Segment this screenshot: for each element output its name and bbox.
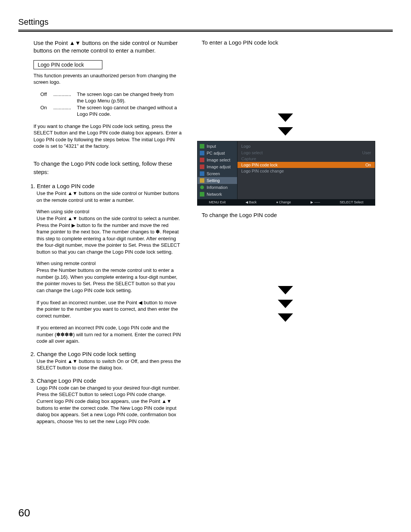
footer-dash: ▶ ----- [311,200,320,204]
network-icon [200,192,204,197]
footer-select: SELECT Select [340,200,363,204]
menu-image-select[interactable]: Image select [198,157,237,163]
pc-icon [200,151,204,155]
footer-back: ◀ Back [245,200,257,204]
menu-network[interactable]: Network [198,191,237,198]
menu-right-header: Logo [237,143,375,150]
image-adjust-icon [200,165,204,169]
svg-marker-0 [278,113,293,122]
menu-setting[interactable]: Setting [198,177,237,184]
manual-page: Settings Use the Point ▲▼ buttons on the… [0,0,411,532]
section-rule [18,30,393,32]
dots: ............. [53,104,77,118]
setting-icon [200,178,204,183]
step2-heading: 2. Change the Logo PIN code lock setting [30,351,182,357]
right-column: To enter a Logo PIN code lock Input PC a… [196,39,393,425]
step1-body: Use the Point ▲▼ buttons on the side con… [33,190,182,203]
svg-marker-12 [278,313,293,322]
footer-exit: MENU Exit [209,200,226,204]
right-change-title: To change the Logo PIN code [202,212,393,218]
down-arrow-icon [276,300,295,310]
screen-icon [200,171,204,176]
menu-right-pane: Logo Logo select User Capture Logo P [237,141,375,199]
svg-point-8 [200,185,204,189]
logo-pin-lock-heading: Logo PIN code lock [33,60,102,69]
dots: ............. [53,91,77,104]
menu-left-pane: Input PC adjust Image select Image adjus… [198,141,237,199]
option-on-row: On ............. The screen logo cannot … [33,104,182,118]
down-arrow-icon [276,286,295,296]
option-on-text: The screen logo cannot be changed withou… [77,104,182,118]
input-icon [200,144,204,149]
projector-menu-screenshot: Input PC adjust Image select Image adjus… [197,141,375,206]
two-column-layout: Use the Point ▲▼ buttons on the side con… [18,39,393,425]
down-arrow-icon [276,127,295,137]
page-number: 60 [18,507,30,519]
down-arrow-icon [276,313,295,323]
left-column: Use the Point ▲▼ buttons on the side con… [18,39,182,425]
svg-rect-7 [200,178,204,183]
option-off-text: The screen logo can be changed freely fr… [77,91,182,104]
lock-after-paragraph: If you want to change the Logo PIN code … [33,123,182,150]
menu-input[interactable]: Input [198,143,237,150]
svg-rect-4 [200,158,204,162]
step1-fix-body: If you fixed an incorrect number, use th… [33,299,182,320]
svg-marker-11 [278,300,293,308]
footer-change: ♦ Change [276,200,291,204]
image-select-icon [200,158,204,162]
menu-logo-select[interactable]: Logo select User [237,150,375,156]
option-off-label: Off [40,91,53,104]
option-on-label: On [40,104,53,118]
step1-wrong-body: If you entered an incorrect PIN code, Lo… [33,324,182,345]
step1-remote-body: Press the Number buttons on the remote c… [33,267,182,294]
svg-rect-3 [200,151,204,155]
change-pin-screenshot-placeholder [202,221,369,282]
menu-image-adjust[interactable]: Image adjust [198,163,237,170]
intro-paragraph: Use the Point ▲▼ buttons on the side con… [33,39,182,55]
svg-rect-5 [200,165,204,169]
down-arrow-icon [276,113,295,123]
step1-side-heading: When using side control [33,209,182,214]
menu-logo-pin-change[interactable]: Logo PIN code change [237,168,375,174]
lock-description: This function prevents an unauthorized p… [33,72,182,86]
step2-body: Use the Point ▲▼ buttons to switch On or… [33,358,182,371]
enter-pin-screenshot-placeholder [202,49,369,110]
menu-logo-pin-lock[interactable]: Logo PIN code lock On [237,162,375,168]
svg-marker-10 [278,286,293,294]
step1-heading: 1. Enter a Logo PIN code [30,183,182,189]
section-title: Settings [18,17,393,30]
menu-screen[interactable]: Screen [198,170,237,177]
right-enter-title: To enter a Logo PIN code lock [202,39,393,46]
svg-rect-2 [200,144,204,149]
step3-body: Logo PIN code can be changed to your des… [33,385,182,425]
menu-information[interactable]: Information [198,184,237,191]
step3-heading: 3. Change Logo PIN code [30,377,182,384]
svg-rect-6 [200,171,204,176]
menu-footer: MENU Exit ◀ Back ♦ Change ▶ ----- SELECT… [198,199,375,205]
svg-rect-9 [200,192,204,197]
menu-capture[interactable]: Capture [237,156,375,162]
menu-pc-adjust[interactable]: PC adjust [198,150,237,157]
change-intro: To change the Logo PIN code lock setting… [33,160,182,177]
info-icon [200,185,204,190]
step1-remote-heading: When using remote control [33,260,182,266]
option-off-row: Off ............. The screen logo can be… [33,91,182,104]
step1-side-body: Use the Point ▲▼ buttons on the side con… [33,215,182,255]
svg-marker-1 [278,127,293,136]
